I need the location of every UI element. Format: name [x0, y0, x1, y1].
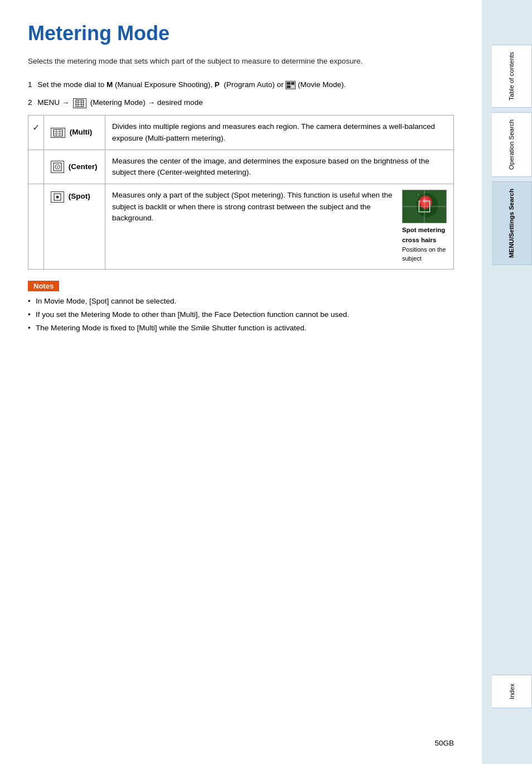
note-1: In Movie Mode, [Spot] cannot be selected… — [28, 296, 454, 307]
table-row-spot: (Spot) Measures only a part of the subje… — [28, 184, 454, 270]
spot-svg — [403, 190, 446, 223]
step-2-number: 2 — [28, 98, 32, 107]
svg-point-14 — [56, 195, 59, 198]
svg-rect-23 — [419, 201, 430, 213]
multi-label: (Multi) — [70, 128, 92, 136]
table-row-multi: ✓ (Multi) Divides into multiple — [28, 116, 454, 150]
check-spot — [28, 184, 44, 270]
sidebar-tab-menu-label: MENU/Settings Search — [507, 189, 516, 258]
center-description: Measures the center of the image, and de… — [105, 150, 454, 184]
notes-section: Notes In Movie Mode, [Spot] cannot be se… — [28, 281, 454, 334]
spot-caption-bold: Spot metering cross hairs — [402, 225, 447, 245]
svg-rect-20 — [418, 195, 419, 195]
icon-spot: (Spot) — [44, 184, 105, 270]
notes-badge: Notes — [28, 281, 59, 291]
multi-description: Divides into multiple regions and measur… — [105, 116, 454, 150]
table-row-center: (Center) Measures the center of the imag… — [28, 150, 454, 184]
spot-description: Measures only a part of the subject (Spo… — [105, 184, 454, 270]
multi-icon — [51, 128, 65, 138]
spot-cell: Measures only a part of the subject (Spo… — [112, 190, 447, 263]
step-1-number: 1 — [28, 80, 32, 89]
page-title: Metering Mode — [28, 22, 454, 45]
spot-image-area: Spot metering cross hairs Positions on t… — [402, 190, 447, 263]
svg-point-12 — [57, 166, 58, 167]
spot-caption-sub: Positions on the subject — [402, 245, 447, 263]
sidebar-tab-toc[interactable]: Table of contents — [492, 45, 532, 108]
metering-mode-icon — [73, 98, 86, 108]
check-multi: ✓ — [28, 116, 44, 150]
spot-photo — [402, 190, 447, 223]
note-3: The Metering Mode is fixed to [Multi] wh… — [28, 323, 454, 334]
sidebar-tab-index-label: Index — [509, 684, 515, 699]
notes-list: In Movie Mode, [Spot] cannot be selected… — [28, 296, 454, 334]
sidebar-tab-operation-label: Operation Search — [507, 119, 516, 170]
sidebar-tab-menu[interactable]: MENU/Settings Search — [492, 181, 532, 265]
step-1-text: Set the mode dial to M (Manual Exposure … — [37, 80, 346, 89]
movie-mode-icon — [286, 81, 296, 89]
sidebar-tab-toc-label: Table of contents — [507, 52, 516, 100]
sidebar-tab-index[interactable]: Index — [492, 675, 532, 708]
icon-center: (Center) — [44, 150, 105, 184]
check-center — [28, 150, 44, 184]
intro-text: Selects the metering mode that sets whic… — [28, 56, 454, 67]
step-1: 1 Set the mode dial to M (Manual Exposur… — [28, 79, 454, 90]
center-label: (Center) — [69, 162, 98, 171]
spot-icon — [51, 191, 64, 203]
sidebar-tab-operation[interactable]: Operation Search — [492, 112, 532, 177]
step-2: 2 MENU → (Metering Mode) → desired mode — [28, 97, 454, 108]
spot-text-content: Measures only a part of the subject (Spo… — [112, 190, 395, 263]
spot-label: (Spot) — [69, 192, 90, 200]
step-2-text: MENU → (Metering Mode) → desired mode — [37, 98, 202, 107]
mode-table: ✓ (Multi) Divides into multiple — [28, 115, 454, 270]
page-number: 50GB — [434, 739, 454, 747]
note-2: If you set the Metering Mode to other th… — [28, 309, 454, 320]
svg-point-18 — [421, 198, 430, 207]
svg-rect-0 — [76, 100, 84, 107]
center-icon — [51, 161, 64, 173]
main-content: Metering Mode Selects the metering mode … — [0, 0, 482, 764]
svg-rect-5 — [54, 129, 62, 136]
icon-multi: (Multi) — [44, 116, 105, 150]
sidebar: Table of contents Operation Search MENU/… — [482, 0, 532, 764]
